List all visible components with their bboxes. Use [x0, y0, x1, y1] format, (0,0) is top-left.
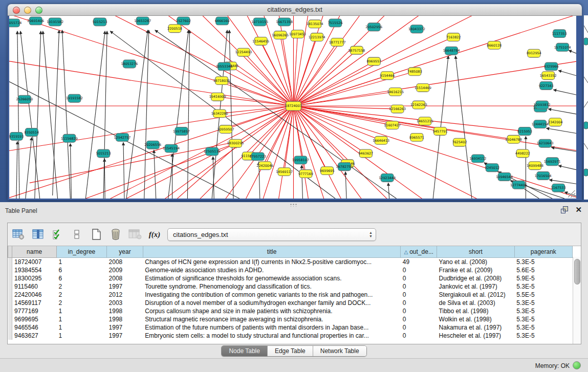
table-cell[interactable]: 5.3E-5 [514, 332, 572, 340]
table-cell[interactable]: Tourette syndrome. Phenomenology and cla… [143, 282, 400, 291]
table-cell[interactable]: Changes of HCN gene expression and I(f) … [143, 258, 400, 267]
window-resize-grip[interactable] [568, 190, 575, 198]
table-row[interactable]: 2242004622012Investigating the contribut… [8, 291, 573, 299]
table-cell[interactable]: 0 [401, 299, 437, 307]
table-cell[interactable]: 1997 [107, 323, 143, 332]
table-cell[interactable]: Corpus callosum shape and size in male p… [143, 307, 400, 315]
column-header-pagerank[interactable]: pagerank [514, 246, 572, 258]
table-cell[interactable]: de Silva et al. (2003) [437, 299, 515, 307]
table-cell[interactable]: 1 [57, 315, 107, 323]
table-cell[interactable]: Yano et al. (2008) [437, 258, 515, 267]
tab-node-table[interactable]: Node Table [222, 346, 268, 356]
table-row[interactable]: 969969511998Structural magnetic resonanc… [8, 315, 573, 323]
table-cell[interactable]: 1 [57, 323, 107, 332]
table-cell[interactable]: 49 [401, 258, 437, 267]
table-cell[interactable]: 5.3E-5 [514, 282, 572, 291]
table-cell[interactable]: 6 [57, 274, 107, 282]
delete-table-icon[interactable] [109, 228, 122, 241]
table-cell[interactable]: Structural magnetic resonance image aver… [143, 315, 400, 323]
function-builder-icon[interactable]: f(x) [148, 228, 161, 241]
table-cell[interactable]: 0 [401, 274, 437, 282]
table-row[interactable]: 1456911722003Disruption of a novel membe… [8, 299, 573, 307]
table-cell[interactable]: 9115460 [12, 282, 57, 291]
new-table-icon[interactable] [90, 228, 103, 241]
column-header-name[interactable]: name [12, 246, 57, 258]
table-cell[interactable]: 18300295 [12, 274, 57, 282]
table-cell[interactable]: 0 [401, 282, 437, 291]
table-cell[interactable]: 0 [401, 323, 437, 332]
table-row[interactable]: 946362711997Embryonic stem cells: a mode… [8, 332, 573, 340]
table-settings-icon[interactable] [12, 228, 25, 241]
table-cell[interactable]: 5.6E-5 [514, 266, 572, 274]
table-cell[interactable]: 0 [401, 291, 437, 299]
table-row[interactable]: 977716911998Corpus callosum shape and si… [8, 307, 573, 315]
table-cell[interactable]: 2009 [107, 266, 143, 274]
table-cell[interactable]: 5.3E-5 [514, 315, 572, 323]
table-cell[interactable]: 22420046 [12, 291, 57, 299]
table-cell[interactable]: 2008 [107, 274, 143, 282]
table-cell[interactable]: 9777169 [12, 307, 57, 315]
column-header-year[interactable]: year [107, 246, 143, 258]
column-header-title[interactable]: title [143, 246, 400, 258]
table-cell[interactable]: 14569117 [12, 299, 57, 307]
table-cell[interactable]: 18724007 [12, 258, 57, 267]
table-cell[interactable]: 5.3E-5 [514, 299, 572, 307]
table-cell[interactable]: 0 [401, 266, 437, 274]
table-cell[interactable]: 2008 [107, 258, 143, 267]
table-cell[interactable]: 2012 [107, 291, 143, 299]
window-titlebar[interactable]: citations_edges.txt [8, 4, 582, 16]
table-row[interactable]: 1938455462009Genome-wide association stu… [8, 266, 573, 274]
scrollbar-thumb[interactable] [574, 259, 580, 285]
table-cell[interactable]: 9463627 [12, 332, 57, 340]
table-cell[interactable]: 6 [57, 266, 107, 274]
table-cell[interactable]: Investigating the contribution of common… [143, 291, 400, 299]
table-cell[interactable]: Genome-wide association studies in ADHD. [143, 266, 400, 274]
table-cell[interactable]: 19384554 [12, 266, 57, 274]
table-row[interactable]: 946554611997Estimation of the future num… [8, 323, 573, 332]
table-cell[interactable]: 5.3E-5 [514, 307, 572, 315]
table-cell[interactable]: Wolkin et al. (1998) [437, 315, 515, 323]
table-cell[interactable]: 2003 [107, 299, 143, 307]
select-columns-icon[interactable] [51, 228, 64, 241]
table-cell[interactable]: 0 [401, 332, 437, 340]
column-header-in_degree[interactable]: in_degree [57, 246, 107, 258]
table-cell[interactable]: 0 [401, 307, 437, 315]
column-header-short[interactable]: short [437, 246, 515, 258]
table-row[interactable]: 1872400712008Changes of HCN gene express… [8, 258, 573, 267]
network-canvas[interactable]: 1405572420691406191915825015213106532871… [9, 16, 576, 199]
table-cell[interactable]: Embryonic stem cells: a model to study s… [143, 332, 400, 340]
table-cell[interactable]: 2 [57, 299, 107, 307]
table-cell[interactable]: 1998 [107, 307, 143, 315]
row-height-icon[interactable] [70, 228, 83, 241]
table-cell[interactable]: 1 [57, 258, 107, 267]
show-column-icon[interactable] [31, 228, 45, 241]
table-cell[interactable]: 1 [57, 307, 107, 315]
tab-network-table[interactable]: Network Table [313, 346, 366, 356]
table-row[interactable]: 1830029562008Estimation of significance … [8, 274, 573, 282]
panel-resize-handle[interactable] [290, 203, 297, 207]
vertical-scrollbar[interactable] [573, 257, 581, 344]
close-panel-icon[interactable]: ✕ [575, 206, 582, 213]
table-cell[interactable]: 1997 [107, 332, 143, 340]
table-cell[interactable]: Tibbo et al. (1998) [437, 307, 515, 315]
table-cell[interactable]: 5.5E-5 [514, 291, 572, 299]
table-cell[interactable]: Nakamura et al. (1997) [437, 323, 515, 332]
table-select-dropdown[interactable]: citations_edges.txt ▲▼ [167, 228, 376, 241]
table-cell[interactable]: 9465546 [12, 323, 57, 332]
table-cell[interactable]: Disruption of a novel member of a sodium… [143, 299, 400, 307]
table-cell[interactable]: Jankovic et al. (1997) [437, 282, 515, 291]
table-cell[interactable]: 1997 [107, 282, 143, 291]
table-cell[interactable]: 1998 [107, 315, 143, 323]
table-cell[interactable]: 0 [401, 315, 437, 323]
table-cell[interactable]: 9699695 [12, 315, 57, 323]
table-cell[interactable]: 5.3E-5 [514, 258, 572, 267]
float-panel-icon[interactable] [561, 206, 568, 213]
table-cell[interactable]: Hescheler et al. (1997) [437, 332, 515, 340]
table-cell[interactable]: 5.9E-5 [514, 274, 572, 282]
table-cell[interactable]: Estimation of the future numbers of pati… [143, 323, 400, 332]
table-cell[interactable]: 2 [57, 291, 107, 299]
table-cell[interactable]: Estimation of significance thresholds fo… [143, 274, 400, 282]
column-header-out_de[interactable]: △out_de... [401, 246, 437, 258]
tab-edge-table[interactable]: Edge Table [268, 346, 313, 356]
table-cell[interactable]: 5.3E-5 [514, 323, 572, 332]
